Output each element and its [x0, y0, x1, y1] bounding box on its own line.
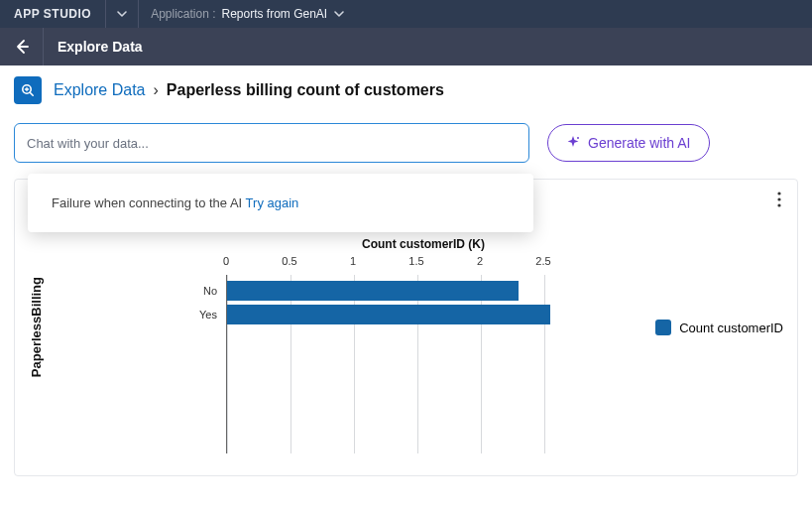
explore-data-icon-button[interactable]: [14, 76, 42, 104]
brand-dropdown[interactable]: [105, 0, 139, 28]
bar-row: Yes: [227, 305, 544, 324]
sub-bar: Explore Data: [0, 28, 812, 65]
error-popover: Failure when connecting to the AI Try ag…: [28, 174, 533, 232]
subbar-title: Explore Data: [44, 39, 157, 55]
magnifier-icon: [20, 82, 36, 98]
breadcrumb-root[interactable]: Explore Data: [54, 81, 146, 99]
gridline: [417, 275, 418, 453]
x-ticks: 00.511.522.5: [226, 255, 543, 271]
x-tick: 0: [223, 255, 229, 267]
gridline: [544, 275, 545, 453]
bar[interactable]: [227, 281, 519, 301]
legend-swatch: [655, 320, 671, 335]
bar-row: No: [227, 281, 544, 301]
brand-label: APP STUDIO: [0, 7, 105, 21]
x-tick: 2.5: [535, 255, 550, 267]
application-label: Application :: [151, 7, 215, 21]
chart-legend: Count customerID: [655, 320, 783, 335]
breadcrumb-row: Explore Data › Paperless billing count o…: [0, 65, 812, 115]
svg-point-1: [577, 137, 579, 139]
arrow-left-icon: [13, 38, 31, 56]
sparkle-icon: [566, 136, 580, 150]
breadcrumb-separator: ›: [154, 81, 159, 99]
back-button[interactable]: [0, 28, 44, 65]
x-tick: 1: [350, 255, 356, 267]
y-axis-title: PaperlessBilling: [23, 277, 58, 377]
chevron-down-icon: [333, 8, 345, 20]
chat-input[interactable]: [14, 123, 529, 163]
gridline: [290, 275, 291, 453]
top-bar: APP STUDIO Application : Reports from Ge…: [0, 0, 812, 28]
x-axis-title: Count customerID (K): [362, 237, 485, 251]
x-tick: 1.5: [408, 255, 423, 267]
gridline: [227, 275, 228, 453]
application-value: Reports from GenAI: [222, 7, 328, 21]
breadcrumb-leaf: Paperless billing count of customers: [167, 81, 444, 99]
gridline: [354, 275, 355, 453]
chevron-down-icon: [116, 8, 128, 20]
application-selector[interactable]: Application : Reports from GenAI: [139, 7, 357, 21]
x-tick: 2: [477, 255, 483, 267]
x-tick: 0.5: [282, 255, 296, 267]
generate-button-label: Generate with AI: [588, 135, 691, 151]
breadcrumb: Explore Data › Paperless billing count o…: [54, 81, 444, 99]
legend-label: Count customerID: [679, 321, 783, 335]
try-again-link[interactable]: Try again: [246, 195, 299, 210]
input-row: Generate with AI: [0, 115, 812, 179]
generate-with-ai-button[interactable]: Generate with AI: [547, 124, 710, 162]
gridline: [481, 275, 482, 453]
category-label: No: [203, 285, 227, 297]
bar[interactable]: [227, 305, 550, 324]
category-label: Yes: [199, 309, 227, 321]
plot-area: NoYes: [226, 275, 543, 453]
error-message: Failure when connecting to the AI: [52, 195, 246, 210]
